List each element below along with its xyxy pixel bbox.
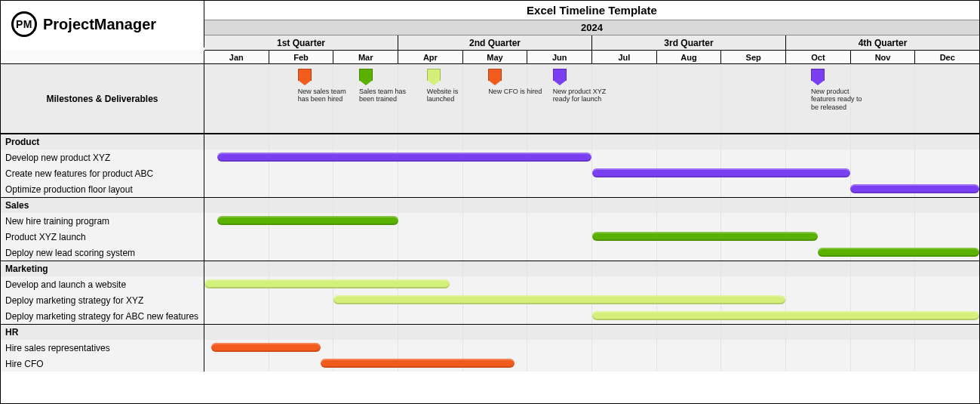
task-track [204,276,979,292]
task-row: Create new features for product ABC [1,165,979,181]
milestone-marker: New CFO is hired [488,69,548,95]
task-name: Deploy marketing strategy for ABC new fe… [1,308,204,324]
milestone-tag-icon [298,69,312,85]
month-header: May [463,51,528,63]
task-track [204,292,979,308]
month-header: Nov [851,51,916,63]
milestone-marker: New sales team has been hired [298,69,358,103]
milestone-marker: New product features ready to be release… [811,69,871,111]
gantt-bar [217,153,591,162]
group-track [204,198,979,213]
milestone-label: New sales team has been hired [298,88,358,103]
month-header: Oct [786,51,851,63]
task-row: Deploy new lead scoring system [1,245,979,261]
group-track [204,134,979,150]
task-row: Product XYZ launch [1,229,979,245]
task-track [204,308,979,324]
task-name: New hire training program [1,213,204,229]
task-name: Hire CFO [1,356,204,372]
group-header-row: Product [1,134,979,150]
group-header-row: Marketing [1,261,979,276]
quarter-header: 1st Quarter [204,35,398,50]
month-header: Jan [204,51,269,63]
task-name: Develop new product XYZ [1,150,204,165]
gantt-bar [592,232,819,241]
milestones-header: Milestones & Deliverables [1,64,204,134]
task-track [204,181,979,197]
header-stack: Excel Timeline Template 2024 1st Quarter… [204,1,979,51]
gantt-bar [592,311,980,320]
task-track [204,340,979,356]
page-title: Excel Timeline Template [204,1,979,20]
task-name: Develop and launch a website [1,276,204,292]
milestone-tag-icon [427,69,441,85]
brand-block: PM ProjectManager [1,1,204,48]
gantt-bar [217,216,398,225]
group-track [204,325,979,340]
group-track [204,261,979,276]
task-row: Deploy marketing strategy for ABC new fe… [1,308,979,324]
milestones-track: New sales team has been hiredSales team … [204,64,979,134]
gantt-bar [333,295,785,304]
task-track [204,213,979,229]
milestone-marker: Website is launched [427,69,487,103]
gantt-bar [204,279,450,288]
month-header: Feb [269,51,334,63]
task-row: Deploy marketing strategy for XYZ [1,292,979,308]
task-name: Hire sales representatives [1,340,204,356]
task-name: Product XYZ launch [1,229,204,245]
milestone-tag-icon [488,69,502,85]
milestone-marker: Sales team has been trained [359,69,419,103]
gantt-bar [818,248,979,257]
quarter-header-row: 1st Quarter2nd Quarter3rd Quarter4th Qua… [204,35,979,51]
task-row: Develop new product XYZ [1,150,979,165]
gantt-bar [211,343,321,352]
group-name: Product [1,134,204,150]
task-name: Optimize production floor layout [1,181,204,197]
month-header: Apr [398,51,463,63]
group-name: HR [1,325,204,340]
month-header: Jul [592,51,657,63]
group-header-row: HR [1,324,979,340]
milestone-label: New CFO is hired [488,88,548,95]
milestone-tag-icon [359,69,373,85]
brand-logo-icon: PM [11,11,37,37]
gantt-grid: ProductDevelop new product XYZCreate new… [1,134,979,372]
month-header: Dec [915,51,979,63]
milestone-tag-icon [811,69,825,85]
milestone-label: New product XYZ ready for launch [553,88,613,103]
task-row: Optimize production floor layout [1,181,979,197]
brand-name: ProjectManager [43,16,156,33]
gantt-bar [850,184,979,193]
group-name: Sales [1,198,204,213]
milestone-label: Sales team has been trained [359,88,419,103]
month-header: Sep [721,51,786,63]
quarter-header: 4th Quarter [786,35,979,50]
gantt-bar [592,168,850,177]
task-track [204,165,979,181]
gantt-bar [321,359,515,368]
task-track [204,245,979,261]
month-header: Jun [527,51,592,63]
task-name: Create new features for product ABC [1,165,204,181]
task-name: Deploy marketing strategy for XYZ [1,292,204,308]
year-label: 2024 [204,20,979,35]
milestone-tag-icon [553,69,567,85]
task-row: New hire training program [1,213,979,229]
quarter-header: 2nd Quarter [398,35,592,50]
month-header-row: JanFebMarAprMayJunJulAugSepOctNovDec [204,51,979,64]
task-name: Deploy new lead scoring system [1,245,204,261]
timeline-template: PM ProjectManager Excel Timeline Templat… [0,0,980,404]
task-row: Hire sales representatives [1,340,979,356]
task-track [204,356,979,372]
task-row: Develop and launch a website [1,276,979,292]
milestone-label: New product features ready to be release… [811,88,871,111]
task-track [204,150,979,165]
group-header-row: Sales [1,197,979,213]
task-row: Hire CFO [1,356,979,372]
group-name: Marketing [1,261,204,276]
month-header: Mar [333,51,398,63]
task-track [204,229,979,245]
quarter-header: 3rd Quarter [592,35,786,50]
month-header: Aug [657,51,722,63]
